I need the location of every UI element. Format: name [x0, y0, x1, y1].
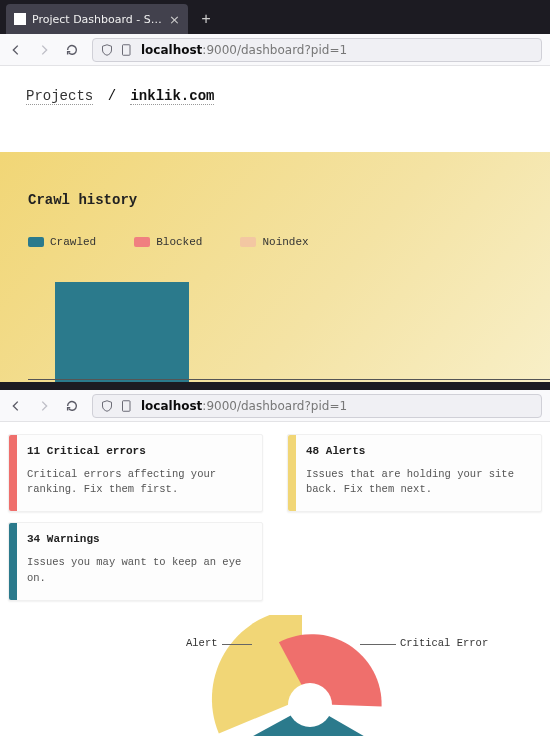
legend-item-crawled: Crawled	[28, 236, 96, 248]
pie-label-critical: Critical Error	[400, 637, 488, 649]
url-text: localhost:9000/dashboard?pid=1	[141, 43, 347, 57]
window2-tabstrip-bg	[0, 382, 550, 390]
legend-label-crawled: Crawled	[50, 236, 96, 248]
card-warnings[interactable]: 34 Warnings Issues you may want to keep …	[8, 522, 263, 600]
breadcrumb: Projects / inklik.com	[0, 66, 550, 104]
shield-icon	[101, 400, 113, 412]
tab-favicon	[14, 13, 26, 25]
reload-button-2[interactable]	[64, 398, 80, 414]
crawl-bar-crawled	[55, 282, 189, 382]
svg-rect-1	[123, 400, 131, 411]
stripe-critical	[9, 435, 17, 511]
breadcrumb-root-link[interactable]: Projects	[26, 88, 93, 105]
card-warnings-desc: Issues you may want to keep an eye on.	[27, 555, 250, 585]
card-warnings-title: 34 Warnings	[27, 533, 250, 545]
legend-item-blocked: Blocked	[134, 236, 202, 248]
forward-button[interactable]	[36, 42, 52, 58]
legend-item-noindex: Noindex	[240, 236, 308, 248]
back-button-2[interactable]	[8, 398, 24, 414]
crawl-history-title: Crawl history	[28, 192, 522, 208]
browser-toolbar: localhost:9000/dashboard?pid=1	[0, 34, 550, 66]
breadcrumb-sep: /	[108, 88, 116, 104]
address-bar-2[interactable]: localhost:9000/dashboard?pid=1	[92, 394, 542, 418]
pie-label-alert: Alert	[186, 637, 218, 649]
tab-close-icon[interactable]: ×	[169, 12, 180, 27]
pie-hole	[288, 683, 332, 727]
pie-slice-alert	[212, 615, 302, 734]
shield-icon	[101, 44, 113, 56]
issue-cards-row-2: 34 Warnings Issues you may want to keep …	[0, 512, 550, 600]
forward-button-2[interactable]	[36, 398, 52, 414]
browser-tab-active[interactable]: Project Dashboard - SEO ×	[6, 4, 188, 34]
crawl-legend: Crawled Blocked Noindex	[28, 236, 522, 248]
browser2-toolbar: localhost:9000/dashboard?pid=1	[0, 390, 550, 422]
legend-label-blocked: Blocked	[156, 236, 202, 248]
card-critical-errors[interactable]: 11 Critical errors Critical errors affec…	[8, 434, 263, 512]
swatch-blocked	[134, 237, 150, 247]
svg-rect-0	[123, 44, 131, 55]
new-tab-button[interactable]: +	[192, 6, 220, 34]
card-alerts-desc: Issues that are holding your site back. …	[306, 467, 529, 497]
card-alerts-title: 48 Alerts	[306, 445, 529, 457]
card-critical-desc: Critical errors affecting your ranking. …	[27, 467, 250, 497]
crawl-history-card: Crawl history Crawled Blocked Noindex	[0, 152, 550, 382]
crawl-bar	[55, 282, 189, 382]
pie-line-critical	[360, 644, 396, 645]
swatch-noindex	[240, 237, 256, 247]
stripe-warnings	[9, 523, 17, 599]
breadcrumb-current: inklik.com	[130, 88, 214, 105]
issue-cards-row-1: 11 Critical errors Critical errors affec…	[0, 422, 550, 512]
browser-tabstrip: Project Dashboard - SEO × +	[0, 0, 550, 34]
address-bar[interactable]: localhost:9000/dashboard?pid=1	[92, 38, 542, 62]
swatch-crawled	[28, 237, 44, 247]
back-button[interactable]	[8, 42, 24, 58]
card-alerts[interactable]: 48 Alerts Issues that are holding your s…	[287, 434, 542, 512]
card-critical-title: 11 Critical errors	[27, 445, 250, 457]
page-content: Projects / inklik.com Crawl history Craw…	[0, 66, 550, 382]
tab-title: Project Dashboard - SEO	[32, 13, 163, 26]
legend-label-noindex: Noindex	[262, 236, 308, 248]
page-icon	[121, 44, 133, 56]
url-text-2: localhost:9000/dashboard?pid=1	[141, 399, 347, 413]
pie-svg	[210, 615, 430, 736]
pie-line-alert	[222, 644, 252, 645]
issues-pie-chart: Alert Critical Error Warning	[0, 605, 550, 736]
reload-button[interactable]	[64, 42, 80, 58]
stripe-alerts	[288, 435, 296, 511]
crawl-xaxis	[28, 379, 550, 380]
page-icon	[121, 400, 133, 412]
